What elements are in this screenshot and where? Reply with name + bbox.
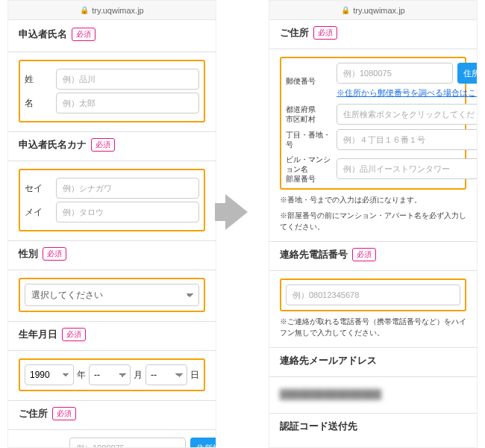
section-kana-fields: セイ メイ [8, 161, 216, 241]
label-pref: 都道府県 市区町村 [286, 105, 332, 124]
input-sei-kana[interactable] [56, 178, 199, 199]
address-search-button[interactable]: 住所検索 [190, 438, 216, 448]
required-badge: 必須 [313, 26, 337, 40]
section-phone-field: ※ご連絡が取れる電話番号（携帯電話番号など）をハイフン無しで入力してください。 [269, 271, 477, 348]
section-address-left-fields: 郵便番号 住所検索 ※住所から郵便番号を調べる場合はこちら [8, 430, 216, 448]
input-mei-kana[interactable] [56, 202, 199, 223]
section-address-right: ご住所 必須 [269, 20, 477, 49]
section-title-name: 申込者氏名 [19, 28, 67, 41]
input-building[interactable] [337, 158, 478, 179]
section-name-fields: 姓 名 [8, 52, 216, 132]
url-text: try.uqwimax.jp [353, 6, 404, 15]
section-title-phone: 連絡先電話番号 [280, 248, 348, 261]
transition-arrow-icon [225, 194, 248, 230]
required-badge: 必須 [52, 407, 76, 420]
section-title-address: ご住所 [280, 26, 309, 40]
input-mei[interactable] [56, 93, 199, 113]
section-address-left: ご住所 必須 [8, 401, 216, 430]
address-search-button[interactable]: 住所検索 [457, 63, 478, 84]
section-email: 連絡先メールアドレス [269, 348, 477, 377]
highlight-dob: 1990 年 -- 月 -- 日 [19, 358, 205, 391]
label-street: 丁目・番地・号 [286, 130, 332, 149]
select-gender[interactable]: 選択してください [25, 284, 199, 306]
section-title-gender: 性別 [19, 247, 38, 261]
address-note-1: ※番地・号までの入力は必須になります。 [280, 194, 466, 205]
input-sei[interactable] [56, 69, 199, 90]
section-dob-field: 1990 年 -- 月 -- 日 [8, 351, 216, 401]
section-email-field: ████████████████ [269, 377, 477, 414]
section-auth-code: 認証コード送付先 [269, 414, 477, 442]
label-mei-kana: メイ [25, 206, 50, 219]
label-sei-kana: セイ [25, 182, 50, 195]
email-value-redacted: ████████████████ [280, 385, 466, 404]
section-title-kana: 申込者氏名カナ [19, 138, 87, 152]
input-phone[interactable] [286, 284, 460, 305]
section-gender: 性別 必須 [8, 241, 216, 270]
postal-lookup-link[interactable]: ※住所から郵便番号を調べる場合はこちら [337, 87, 478, 99]
required-badge: 必須 [43, 247, 66, 261]
section-title-dob: 生年月日 [19, 328, 57, 341]
label-sei: 姓 [25, 73, 50, 86]
input-street[interactable] [337, 129, 478, 150]
section-kana: 申込者氏名カナ 必須 [8, 132, 216, 161]
phone-right: 🔒 try.uqwimax.jp ご住所 必須 郵便番号 住所検索 ※住所から郵… [269, 0, 478, 448]
label-mei: 名 [25, 97, 50, 110]
section-dob: 生年月日 必須 [8, 322, 216, 351]
input-postal-left[interactable] [69, 438, 186, 448]
required-badge: 必須 [352, 248, 376, 261]
highlight-address: 郵便番号 住所検索 ※住所から郵便番号を調べる場合はこちら 都道府県 市区町村 … [280, 57, 466, 190]
input-postal[interactable] [337, 63, 453, 84]
section-title-email: 連絡先メールアドレス [280, 354, 377, 367]
phone-left: 🔒 try.uqwimax.jp 申込者氏名 必須 姓 名 申込者氏名カナ 必須 [7, 0, 216, 448]
url-bar: 🔒 try.uqwimax.jp [8, 1, 216, 20]
label-building: ビル・マンション名 部屋番号 [286, 155, 332, 184]
section-gender-field: 選択してください [8, 270, 216, 322]
unit-month: 月 [134, 369, 143, 382]
address-note-2: ※部屋番号の前にマンション・アパート名を必ず入力してください。 [280, 210, 466, 232]
unit-year: 年 [77, 369, 86, 382]
lock-icon: 🔒 [341, 6, 350, 14]
lock-icon: 🔒 [80, 6, 89, 14]
required-badge: 必須 [91, 138, 115, 152]
highlight-phone [280, 279, 466, 311]
highlight-gender: 選択してください [19, 278, 205, 312]
select-month[interactable]: -- [89, 364, 131, 385]
section-title-auth-code: 認証コード送付先 [280, 420, 357, 433]
label-postal: 郵便番号 [286, 76, 332, 86]
section-title-address: ご住所 [19, 407, 48, 420]
url-bar: 🔒 try.uqwimax.jp [269, 1, 477, 20]
required-badge: 必須 [72, 28, 96, 41]
section-name: 申込者氏名 必須 [8, 20, 216, 52]
required-badge: 必須 [62, 328, 86, 341]
url-text: try.uqwimax.jp [92, 6, 143, 15]
select-year[interactable]: 1990 [25, 364, 74, 385]
highlight-name: 姓 名 [19, 60, 205, 122]
select-day[interactable]: -- [146, 364, 187, 385]
section-phone: 連絡先電話番号 必須 [269, 242, 477, 271]
section-address-right-fields: 郵便番号 住所検索 ※住所から郵便番号を調べる場合はこちら 都道府県 市区町村 … [269, 49, 477, 242]
unit-day: 日 [190, 369, 199, 382]
input-pref[interactable] [337, 104, 478, 125]
phone-note: ※ご連絡が取れる電話番号（携帯電話番号など）をハイフン無しで入力してください。 [280, 316, 466, 338]
highlight-kana: セイ メイ [19, 169, 205, 231]
